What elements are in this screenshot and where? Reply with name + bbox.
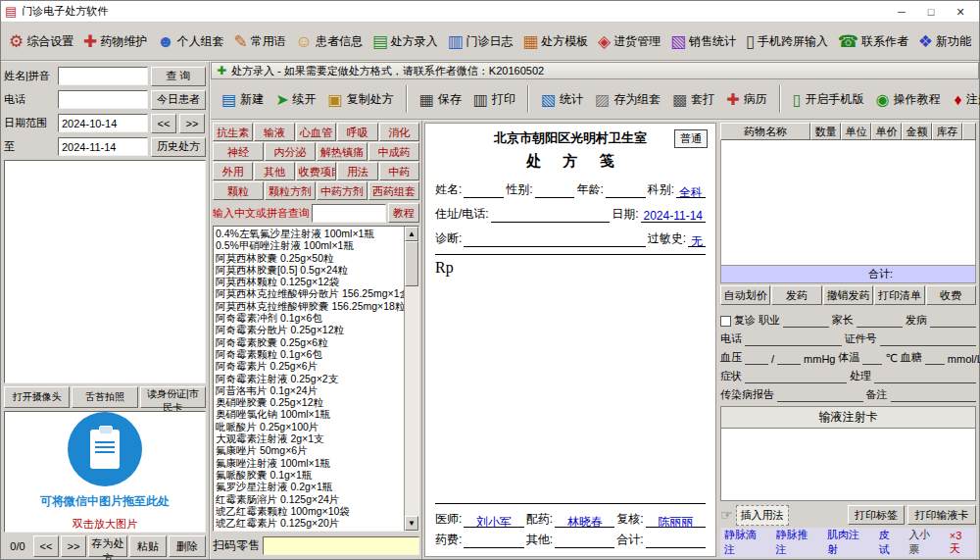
drug-list-item[interactable]: 吡哌酸片 0.25g×100片 <box>216 421 404 433</box>
symptom-field[interactable] <box>745 371 847 383</box>
usage-link[interactable]: 皮试 <box>878 528 900 557</box>
billing-action-button[interactable]: 打印清单 <box>874 285 924 305</box>
drug-list-item[interactable]: 阿奇霉素分散片 0.25g×12粒 <box>216 324 404 335</box>
category-tab[interactable]: 中药方剂 <box>317 181 368 200</box>
close-button[interactable]: ✕ <box>946 3 975 21</box>
drug-list-item[interactable]: 阿莫西林胶囊 0.25g×50粒 <box>216 252 404 264</box>
drug-list-item[interactable]: 阿莫西林胶囊[0.5] 0.5g×24粒 <box>216 264 404 276</box>
table-header-cell[interactable]: 药物名称 <box>720 123 810 140</box>
toolbar-button[interactable]: ▨ 存为组套 <box>589 87 666 112</box>
allergy-value[interactable]: 无 <box>688 233 706 247</box>
category-tab[interactable]: 颗粒 <box>213 181 264 200</box>
drug-list-item[interactable]: 琥乙红霉素片 0.125g×20片 <box>216 517 404 529</box>
bp-sys-field[interactable] <box>745 352 768 365</box>
toolbar-button[interactable]: ✚ 药物维护 <box>83 33 147 50</box>
category-tab[interactable]: 颗粒方剂 <box>265 181 316 200</box>
date-to-input[interactable] <box>58 137 148 156</box>
phone-input[interactable] <box>58 90 148 109</box>
sex-field[interactable] <box>535 184 575 198</box>
drug-list-item[interactable]: 红霉素肠溶片 0.125g×24片 <box>216 493 404 505</box>
toolbar-button[interactable]: ▥ 门诊日志 <box>447 33 513 50</box>
date-prev-button[interactable]: << <box>151 114 176 133</box>
drug-list-item[interactable]: 大观霉素注射液 2g×1支 <box>216 433 404 444</box>
toolbar-button[interactable]: ▯ 手机跨屏输入 <box>746 33 828 50</box>
checker-name[interactable]: 陈丽丽 <box>646 514 706 528</box>
date-from-input[interactable] <box>58 114 148 132</box>
prescription-body[interactable] <box>435 279 706 503</box>
category-tab[interactable]: 中成药 <box>368 142 419 161</box>
category-tab[interactable]: 外用 <box>213 162 253 180</box>
delete-button[interactable]: 删除 <box>169 535 206 557</box>
drug-list-item[interactable]: 阿昔洛韦片 0.1g×24片 <box>216 384 404 396</box>
usage-link[interactable]: 静脉推注 <box>775 528 817 557</box>
category-tab[interactable]: 西药组套 <box>368 181 419 200</box>
drug-list-item[interactable]: 阿奇霉素胶囊 0.25g×6粒 <box>216 336 404 348</box>
remark-field[interactable] <box>891 389 977 402</box>
toolbar-button[interactable]: ◈ 进货管理 <box>598 33 661 50</box>
drug-list-item[interactable]: 氟康唑片 50mg×6片 <box>216 444 404 456</box>
toolbar-button[interactable]: ▣ 复制处方 <box>322 87 400 112</box>
drug-search-input[interactable] <box>312 204 386 223</box>
date-next-button[interactable]: >> <box>179 114 205 133</box>
toolbar-button[interactable]: ❖ 新功能 <box>918 33 971 50</box>
treatment-field[interactable] <box>874 371 976 383</box>
drug-list-item[interactable]: 琥乙红霉素颗粒 100mg×10袋 <box>216 505 404 517</box>
scrollbar-track[interactable] <box>405 286 418 516</box>
usage-link[interactable]: ×3天 <box>950 530 972 556</box>
occupation-field[interactable] <box>783 315 829 328</box>
toolbar-button[interactable]: ☺ 患者信息 <box>296 33 363 50</box>
other-field[interactable] <box>555 535 614 548</box>
drug-table-body[interactable] <box>720 140 976 266</box>
save-as-prescription-button[interactable]: 存为处方 <box>88 535 127 557</box>
phone-field[interactable] <box>745 333 842 346</box>
table-header-cell[interactable]: 库存 <box>932 123 962 140</box>
name-pinyin-input[interactable] <box>58 67 148 85</box>
drug-list-item[interactable]: 阿莫西林克拉维酸钾胶囊 156.25mg×18粒 <box>216 300 404 312</box>
image-prev-button[interactable]: << <box>33 535 59 557</box>
register-button[interactable]: ♦ 注册 <box>948 87 980 112</box>
table-header-cell[interactable]: 单价 <box>871 123 902 140</box>
drug-list-item[interactable]: 阿奇霉素注射液 0.25g×2支 <box>216 373 404 384</box>
toolbar-button[interactable]: ▩ 套打 <box>666 87 720 112</box>
toolbar-button[interactable]: ➤ 续开 <box>270 87 321 112</box>
billing-action-button[interactable]: 收费 <box>926 285 976 305</box>
infect-report-field[interactable] <box>777 389 863 402</box>
onset-field[interactable] <box>930 315 976 328</box>
drug-list-item[interactable]: 阿奇霉素冲剂 0.1g×6包 <box>216 312 404 324</box>
doctor-name[interactable]: 刘小军 <box>464 514 523 528</box>
toolbar-button[interactable]: ▥ 打印 <box>467 87 521 112</box>
scroll-down-icon[interactable]: ▼ <box>405 516 418 531</box>
drug-list-item[interactable]: 奥硝唑胶囊 0.25g×12粒 <box>216 396 404 408</box>
bp-dia-field[interactable] <box>777 352 801 365</box>
toolbar-button[interactable]: ☎ 联系作者 <box>838 33 908 50</box>
table-header-cell[interactable]: 金额 <box>902 123 932 140</box>
diagnosis-field[interactable] <box>464 233 645 247</box>
history-prescriptions-button[interactable]: 历史处方 <box>151 137 206 157</box>
toolbar-button[interactable]: ▤ 新建 <box>216 87 270 112</box>
scrollbar-thumb[interactable] <box>405 241 418 286</box>
paste-button[interactable]: 粘贴 <box>129 535 167 557</box>
category-tab[interactable]: 中药 <box>379 162 419 180</box>
insert-usage-button[interactable]: 插入用法 <box>736 505 789 526</box>
usage-link[interactable]: 静脉滴注 <box>724 528 766 557</box>
print-infusion-button[interactable]: 打印输液卡 <box>907 505 976 525</box>
query-button[interactable]: 查 询 <box>151 67 206 86</box>
toolbar-button[interactable]: ▧ 销售统计 <box>670 33 736 50</box>
tongue-photo-button[interactable]: 舌苔拍照 <box>72 386 137 408</box>
temp-field[interactable] <box>862 352 882 365</box>
name-field[interactable] <box>464 184 504 198</box>
total-field[interactable] <box>646 535 706 548</box>
idno-field[interactable] <box>880 333 977 346</box>
drug-list-item[interactable]: 阿奇霉素颗粒 0.1g×6包 <box>216 348 404 360</box>
drug-list-item[interactable]: 0.5%甲硝唑注射液 100ml×1瓶 <box>216 239 404 251</box>
scroll-up-icon[interactable]: ▲ <box>405 227 418 241</box>
minimize-button[interactable]: ─ <box>887 3 916 21</box>
print-label-button[interactable]: 打印标签 <box>848 505 905 525</box>
glucose-field[interactable] <box>925 352 945 365</box>
category-tab[interactable]: 用法 <box>337 162 377 180</box>
category-tab[interactable]: 抗生素 <box>213 123 253 141</box>
infusion-card-body[interactable] <box>721 429 975 500</box>
toolbar-button[interactable]: ☻ 个人组套 <box>157 33 224 50</box>
open-camera-button[interactable]: 打开摄像头 <box>4 386 70 408</box>
category-tab[interactable]: 其他 <box>254 162 294 180</box>
